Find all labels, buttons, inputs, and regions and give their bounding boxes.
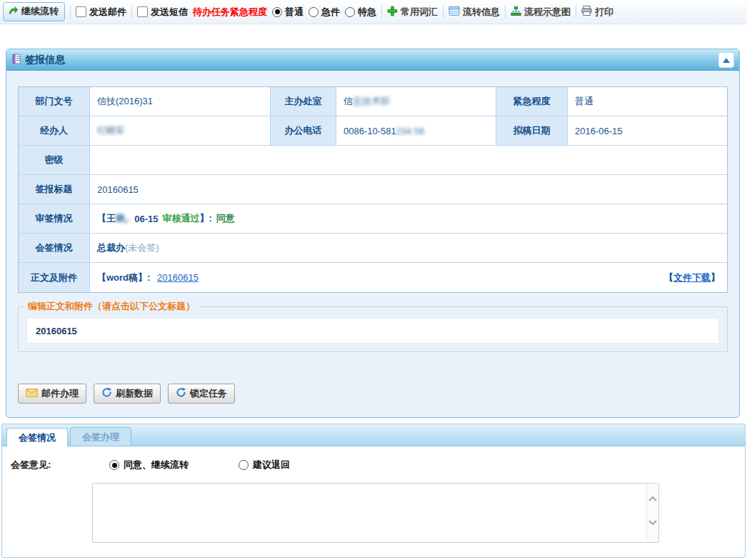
mail-handle-button[interactable]: 邮件办理 <box>18 384 86 404</box>
document-icon <box>12 54 21 66</box>
phone-visible: 0086-10-581 <box>344 126 396 136</box>
field-value-host-office: 信息技术部 <box>336 87 496 116</box>
review-name: 王 <box>106 212 116 225</box>
opinion-option-agree[interactable]: 同意、继续流转 <box>109 459 189 471</box>
comment-scrollbar[interactable] <box>646 484 658 541</box>
urgency-title: 待办任务紧急程度 <box>193 6 267 19</box>
urgency-option-extra-urgent[interactable]: 特急 <box>345 6 376 19</box>
printer-icon <box>581 6 592 18</box>
send-sms-checkbox[interactable] <box>137 6 148 17</box>
toolbar-separator <box>131 6 132 19</box>
continue-flow-button[interactable]: 继续流转 <box>3 2 65 21</box>
urgency-radio-extra-urgent[interactable] <box>345 7 355 17</box>
table-icon <box>448 6 460 18</box>
review-name-redacted: 晓,. <box>116 212 130 225</box>
flow-diagram-button[interactable]: 流程示意图 <box>511 6 571 19</box>
field-label-dept-no: 部门文号 <box>19 87 90 116</box>
refresh-data-button[interactable]: 刷新数据 <box>94 384 161 404</box>
collapse-arrow-icon <box>723 58 730 63</box>
common-words-label: 常用词汇 <box>401 6 438 19</box>
send-sms-option[interactable]: 发送短信 <box>137 6 188 19</box>
print-button[interactable]: 打印 <box>581 6 613 19</box>
edit-attachment-legend: 编辑正文和附件（请点击以下公文标题） <box>24 300 199 313</box>
print-label: 打印 <box>595 6 613 19</box>
urgency-option-urgent[interactable]: 急件 <box>309 6 340 19</box>
field-value-review: 【王晓,.06-15审核通过】:同意 <box>90 204 727 234</box>
toolbar-separator <box>70 6 71 19</box>
mail-handle-label: 邮件办理 <box>41 387 79 400</box>
lock-task-button[interactable]: 锁定任务 <box>168 384 235 404</box>
field-label-countersign: 会签情况 <box>19 234 90 263</box>
field-value-dept-no: 信技(2016)31 <box>90 87 271 116</box>
send-sms-label: 发送短信 <box>151 6 188 19</box>
flow-info-button[interactable]: 流转信息 <box>448 6 500 19</box>
review-opinion: 同意 <box>216 212 235 225</box>
review-bracket-close: 】: <box>199 212 211 225</box>
field-label-phone: 办公电话 <box>271 116 336 146</box>
toolbar-separator <box>381 6 382 19</box>
tab-countersign-status[interactable]: 会签情况 <box>6 428 68 446</box>
field-label-review: 审签情况 <box>19 204 90 234</box>
report-panel-body: 部门文号 信技(2016)31 主办处室 信息技术部 紧急程度 普通 经办人 纪… <box>6 71 739 404</box>
scroll-down-icon[interactable] <box>648 516 657 527</box>
field-value-urgency: 普通 <box>568 87 727 116</box>
field-value-report-title: 20160615 <box>90 175 727 204</box>
word-draft-prefix: 【word稿】: <box>97 272 150 283</box>
urgency-normal-label: 普通 <box>285 6 304 19</box>
scroll-up-icon[interactable] <box>648 493 657 504</box>
countersign-panel: 会签情况 会签办理 会签意见: 同意、继续流转 建议退回 <box>1 424 746 558</box>
continue-arrow-icon <box>8 5 19 18</box>
opinion-radio-agree[interactable] <box>109 460 119 470</box>
urgency-radio-urgent[interactable] <box>309 7 319 17</box>
plus-icon <box>387 6 398 19</box>
send-email-label: 发送邮件 <box>89 6 126 19</box>
org-chart-icon <box>511 6 521 18</box>
continue-flow-label: 继续流转 <box>21 5 59 18</box>
refresh-icon <box>101 387 112 400</box>
flow-info-label: 流转信息 <box>463 6 500 19</box>
urgency-extra-urgent-label: 特急 <box>358 6 376 19</box>
word-draft-link[interactable]: 20160615 <box>157 272 199 283</box>
field-label-draft-date: 拟稿日期 <box>496 116 568 146</box>
toolbar-separator <box>443 6 443 19</box>
opinion-radio-return[interactable] <box>239 460 249 470</box>
field-value-handler: 纪晓军 <box>90 116 271 146</box>
field-label-handler: 经办人 <box>19 116 90 146</box>
urgency-option-normal[interactable]: 普通 <box>272 6 304 19</box>
panel-title: 签报信息 <box>25 54 65 66</box>
urgency-radio-normal[interactable] <box>272 7 282 17</box>
field-value-draft-date: 2016-06-15 <box>568 116 727 146</box>
field-value-body-attachment: 【word稿】: 20160615 【文件下载】 <box>90 263 727 292</box>
field-label-host-office: 主办处室 <box>271 87 336 116</box>
mail-icon <box>26 389 38 399</box>
field-value-countersign: 总裁办(未会签) <box>90 234 727 263</box>
opinion-label: 会签意见: <box>11 459 96 471</box>
countersign-note: (未会签) <box>125 241 159 254</box>
edit-attachment-section: 编辑正文和附件（请点击以下公文标题） 20160615 <box>18 300 728 352</box>
send-email-option[interactable]: 发送邮件 <box>76 6 126 19</box>
field-value-phone: 0086-10-581234 56 <box>336 116 496 146</box>
action-button-row: 邮件办理 刷新数据 锁定任务 <box>18 384 728 404</box>
collapse-button[interactable] <box>718 52 734 68</box>
opinion-agree-label: 同意、继续流转 <box>124 459 189 471</box>
file-download-link[interactable]: 文件下载 <box>673 272 711 283</box>
send-email-checkbox[interactable] <box>76 6 86 17</box>
refresh-data-label: 刷新数据 <box>116 387 153 400</box>
opinion-option-return[interactable]: 建议退回 <box>239 459 290 471</box>
doc-title-row[interactable]: 20160615 <box>27 319 718 343</box>
toolbar-separator <box>576 6 576 19</box>
handler-redacted: 纪晓军 <box>97 124 125 137</box>
tab-countersign-handle[interactable]: 会签办理 <box>70 427 131 446</box>
report-info-panel: 签报信息 部门文号 信技(2016)31 主办处室 信息技术部 紧急程度 普通 … <box>6 49 740 418</box>
file-download-wrap: 【文件下载】 <box>664 271 720 284</box>
field-label-urgency: 紧急程度 <box>496 87 568 116</box>
field-label-body-attachment: 正文及附件 <box>19 263 90 292</box>
download-bracket-close: 】 <box>711 272 720 283</box>
phone-redacted: 234 56 <box>396 126 425 136</box>
host-office-redacted: 息技术部 <box>353 95 390 108</box>
comment-textarea[interactable] <box>92 483 659 543</box>
top-toolbar: 继续流转 发送邮件 发送短信 待办任务紧急程度 普通 急件 特急 常用词汇 流转… <box>0 0 747 24</box>
field-label-secrecy: 密级 <box>19 146 90 175</box>
common-words-button[interactable]: 常用词汇 <box>387 6 438 19</box>
download-bracket-open: 【 <box>664 272 673 283</box>
